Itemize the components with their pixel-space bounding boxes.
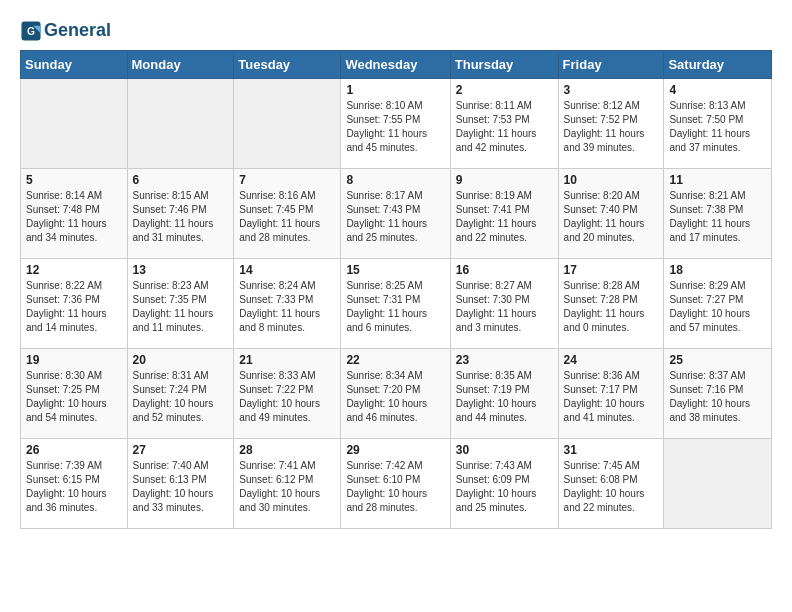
calendar-cell: 21Sunrise: 8:33 AM Sunset: 7:22 PM Dayli… xyxy=(234,349,341,439)
day-number: 23 xyxy=(456,353,553,367)
calendar-cell: 24Sunrise: 8:36 AM Sunset: 7:17 PM Dayli… xyxy=(558,349,664,439)
svg-text:G: G xyxy=(27,26,35,37)
weekday-header-sunday: Sunday xyxy=(21,51,128,79)
calendar-cell: 29Sunrise: 7:42 AM Sunset: 6:10 PM Dayli… xyxy=(341,439,450,529)
calendar-cell: 12Sunrise: 8:22 AM Sunset: 7:36 PM Dayli… xyxy=(21,259,128,349)
day-number: 27 xyxy=(133,443,229,457)
calendar-cell: 5Sunrise: 8:14 AM Sunset: 7:48 PM Daylig… xyxy=(21,169,128,259)
day-number: 20 xyxy=(133,353,229,367)
calendar-cell: 13Sunrise: 8:23 AM Sunset: 7:35 PM Dayli… xyxy=(127,259,234,349)
day-number: 1 xyxy=(346,83,444,97)
day-info: Sunrise: 8:33 AM Sunset: 7:22 PM Dayligh… xyxy=(239,369,335,425)
day-number: 13 xyxy=(133,263,229,277)
calendar-cell: 26Sunrise: 7:39 AM Sunset: 6:15 PM Dayli… xyxy=(21,439,128,529)
day-number: 17 xyxy=(564,263,659,277)
logo: G General xyxy=(20,20,111,42)
calendar-cell: 27Sunrise: 7:40 AM Sunset: 6:13 PM Dayli… xyxy=(127,439,234,529)
day-number: 21 xyxy=(239,353,335,367)
calendar-cell: 2Sunrise: 8:11 AM Sunset: 7:53 PM Daylig… xyxy=(450,79,558,169)
weekday-header-saturday: Saturday xyxy=(664,51,772,79)
calendar-cell: 14Sunrise: 8:24 AM Sunset: 7:33 PM Dayli… xyxy=(234,259,341,349)
calendar-cell: 18Sunrise: 8:29 AM Sunset: 7:27 PM Dayli… xyxy=(664,259,772,349)
weekday-header-monday: Monday xyxy=(127,51,234,79)
day-info: Sunrise: 8:20 AM Sunset: 7:40 PM Dayligh… xyxy=(564,189,659,245)
calendar-cell: 25Sunrise: 8:37 AM Sunset: 7:16 PM Dayli… xyxy=(664,349,772,439)
calendar-cell xyxy=(664,439,772,529)
day-info: Sunrise: 8:24 AM Sunset: 7:33 PM Dayligh… xyxy=(239,279,335,335)
weekday-header-tuesday: Tuesday xyxy=(234,51,341,79)
day-info: Sunrise: 8:13 AM Sunset: 7:50 PM Dayligh… xyxy=(669,99,766,155)
day-number: 22 xyxy=(346,353,444,367)
weekday-header-friday: Friday xyxy=(558,51,664,79)
day-info: Sunrise: 8:23 AM Sunset: 7:35 PM Dayligh… xyxy=(133,279,229,335)
calendar-cell xyxy=(234,79,341,169)
calendar-cell: 9Sunrise: 8:19 AM Sunset: 7:41 PM Daylig… xyxy=(450,169,558,259)
day-number: 10 xyxy=(564,173,659,187)
day-info: Sunrise: 8:27 AM Sunset: 7:30 PM Dayligh… xyxy=(456,279,553,335)
day-number: 11 xyxy=(669,173,766,187)
day-info: Sunrise: 8:37 AM Sunset: 7:16 PM Dayligh… xyxy=(669,369,766,425)
calendar-cell: 31Sunrise: 7:45 AM Sunset: 6:08 PM Dayli… xyxy=(558,439,664,529)
day-info: Sunrise: 8:35 AM Sunset: 7:19 PM Dayligh… xyxy=(456,369,553,425)
calendar-table: SundayMondayTuesdayWednesdayThursdayFrid… xyxy=(20,50,772,529)
day-info: Sunrise: 7:43 AM Sunset: 6:09 PM Dayligh… xyxy=(456,459,553,515)
day-number: 30 xyxy=(456,443,553,457)
day-info: Sunrise: 7:42 AM Sunset: 6:10 PM Dayligh… xyxy=(346,459,444,515)
day-number: 7 xyxy=(239,173,335,187)
day-number: 6 xyxy=(133,173,229,187)
calendar-cell: 20Sunrise: 8:31 AM Sunset: 7:24 PM Dayli… xyxy=(127,349,234,439)
day-info: Sunrise: 8:34 AM Sunset: 7:20 PM Dayligh… xyxy=(346,369,444,425)
day-number: 28 xyxy=(239,443,335,457)
day-info: Sunrise: 8:10 AM Sunset: 7:55 PM Dayligh… xyxy=(346,99,444,155)
day-number: 14 xyxy=(239,263,335,277)
calendar-cell: 7Sunrise: 8:16 AM Sunset: 7:45 PM Daylig… xyxy=(234,169,341,259)
weekday-header-wednesday: Wednesday xyxy=(341,51,450,79)
day-info: Sunrise: 8:12 AM Sunset: 7:52 PM Dayligh… xyxy=(564,99,659,155)
day-number: 31 xyxy=(564,443,659,457)
day-info: Sunrise: 8:11 AM Sunset: 7:53 PM Dayligh… xyxy=(456,99,553,155)
day-info: Sunrise: 7:39 AM Sunset: 6:15 PM Dayligh… xyxy=(26,459,122,515)
calendar-cell: 28Sunrise: 7:41 AM Sunset: 6:12 PM Dayli… xyxy=(234,439,341,529)
calendar-cell: 16Sunrise: 8:27 AM Sunset: 7:30 PM Dayli… xyxy=(450,259,558,349)
calendar-cell: 11Sunrise: 8:21 AM Sunset: 7:38 PM Dayli… xyxy=(664,169,772,259)
day-number: 29 xyxy=(346,443,444,457)
day-number: 5 xyxy=(26,173,122,187)
day-info: Sunrise: 8:31 AM Sunset: 7:24 PM Dayligh… xyxy=(133,369,229,425)
calendar-cell: 3Sunrise: 8:12 AM Sunset: 7:52 PM Daylig… xyxy=(558,79,664,169)
calendar-cell: 6Sunrise: 8:15 AM Sunset: 7:46 PM Daylig… xyxy=(127,169,234,259)
calendar-cell xyxy=(21,79,128,169)
weekday-header-thursday: Thursday xyxy=(450,51,558,79)
day-number: 25 xyxy=(669,353,766,367)
calendar-cell: 10Sunrise: 8:20 AM Sunset: 7:40 PM Dayli… xyxy=(558,169,664,259)
day-info: Sunrise: 8:22 AM Sunset: 7:36 PM Dayligh… xyxy=(26,279,122,335)
calendar-cell: 22Sunrise: 8:34 AM Sunset: 7:20 PM Dayli… xyxy=(341,349,450,439)
day-info: Sunrise: 8:21 AM Sunset: 7:38 PM Dayligh… xyxy=(669,189,766,245)
day-info: Sunrise: 8:15 AM Sunset: 7:46 PM Dayligh… xyxy=(133,189,229,245)
day-info: Sunrise: 8:29 AM Sunset: 7:27 PM Dayligh… xyxy=(669,279,766,335)
day-number: 8 xyxy=(346,173,444,187)
calendar-cell xyxy=(127,79,234,169)
day-info: Sunrise: 7:45 AM Sunset: 6:08 PM Dayligh… xyxy=(564,459,659,515)
calendar-cell: 23Sunrise: 8:35 AM Sunset: 7:19 PM Dayli… xyxy=(450,349,558,439)
day-number: 12 xyxy=(26,263,122,277)
day-info: Sunrise: 7:41 AM Sunset: 6:12 PM Dayligh… xyxy=(239,459,335,515)
day-number: 26 xyxy=(26,443,122,457)
calendar-cell: 15Sunrise: 8:25 AM Sunset: 7:31 PM Dayli… xyxy=(341,259,450,349)
day-number: 2 xyxy=(456,83,553,97)
day-number: 24 xyxy=(564,353,659,367)
day-info: Sunrise: 8:25 AM Sunset: 7:31 PM Dayligh… xyxy=(346,279,444,335)
calendar-cell: 17Sunrise: 8:28 AM Sunset: 7:28 PM Dayli… xyxy=(558,259,664,349)
day-info: Sunrise: 8:14 AM Sunset: 7:48 PM Dayligh… xyxy=(26,189,122,245)
day-number: 3 xyxy=(564,83,659,97)
logo-text: General xyxy=(44,21,111,41)
day-number: 16 xyxy=(456,263,553,277)
day-number: 15 xyxy=(346,263,444,277)
calendar-cell: 8Sunrise: 8:17 AM Sunset: 7:43 PM Daylig… xyxy=(341,169,450,259)
calendar-cell: 30Sunrise: 7:43 AM Sunset: 6:09 PM Dayli… xyxy=(450,439,558,529)
day-info: Sunrise: 8:30 AM Sunset: 7:25 PM Dayligh… xyxy=(26,369,122,425)
day-info: Sunrise: 8:19 AM Sunset: 7:41 PM Dayligh… xyxy=(456,189,553,245)
day-number: 18 xyxy=(669,263,766,277)
day-info: Sunrise: 8:16 AM Sunset: 7:45 PM Dayligh… xyxy=(239,189,335,245)
day-info: Sunrise: 8:17 AM Sunset: 7:43 PM Dayligh… xyxy=(346,189,444,245)
calendar-cell: 4Sunrise: 8:13 AM Sunset: 7:50 PM Daylig… xyxy=(664,79,772,169)
